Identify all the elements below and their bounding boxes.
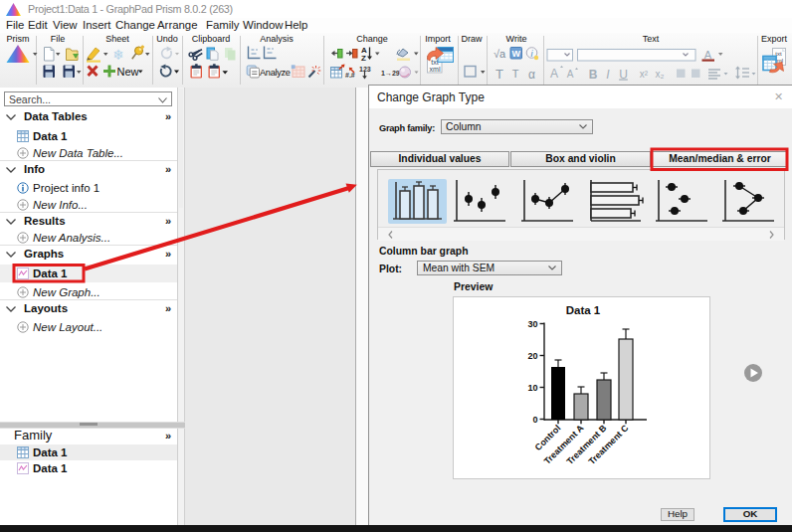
svg-text:1→29: 1→29 bbox=[381, 70, 400, 77]
svg-text:A: A bbox=[704, 49, 712, 61]
svg-text:Draw: Draw bbox=[461, 34, 483, 44]
svg-text:T: T bbox=[512, 68, 519, 80]
svg-text:W: W bbox=[512, 49, 521, 59]
svg-text:Clipboard: Clipboard bbox=[192, 34, 231, 44]
svg-text:x₂: x₂ bbox=[656, 69, 665, 80]
svg-text:File: File bbox=[51, 34, 66, 44]
svg-text:Z: Z bbox=[361, 54, 366, 63]
svg-text:Import: Import bbox=[425, 34, 451, 44]
svg-text:α: α bbox=[528, 68, 535, 82]
svg-text:I: I bbox=[606, 68, 610, 82]
svg-text:20: 20 bbox=[527, 351, 537, 361]
svg-text:Analyze: Analyze bbox=[260, 68, 291, 78]
svg-text:A: A bbox=[567, 69, 574, 80]
svg-text:10: 10 bbox=[527, 383, 537, 393]
svg-text:Prism: Prism bbox=[7, 34, 30, 44]
svg-text:B: B bbox=[589, 68, 598, 82]
svg-text:Export: Export bbox=[761, 34, 788, 44]
svg-text:√a: √a bbox=[494, 48, 506, 60]
svg-text:New: New bbox=[117, 66, 139, 78]
svg-text:Sheet: Sheet bbox=[105, 34, 129, 44]
svg-text:Undo: Undo bbox=[156, 34, 178, 44]
svg-text:xml: xml bbox=[430, 66, 441, 73]
svg-text:Write: Write bbox=[506, 34, 527, 44]
svg-text:U: U bbox=[619, 68, 628, 82]
svg-text:Text: Text bbox=[643, 34, 660, 44]
svg-text:30: 30 bbox=[527, 319, 537, 329]
svg-text:Data 1: Data 1 bbox=[566, 304, 601, 316]
svg-text:A: A bbox=[550, 67, 558, 81]
svg-text:0: 0 bbox=[532, 415, 537, 425]
svg-text:Change: Change bbox=[356, 34, 388, 44]
svg-text:x²: x² bbox=[640, 69, 649, 80]
svg-text:❄: ❄ bbox=[112, 47, 124, 63]
svg-text:123: 123 bbox=[359, 66, 371, 73]
svg-text:Analysis: Analysis bbox=[260, 34, 294, 44]
svg-text:T: T bbox=[495, 67, 503, 82]
